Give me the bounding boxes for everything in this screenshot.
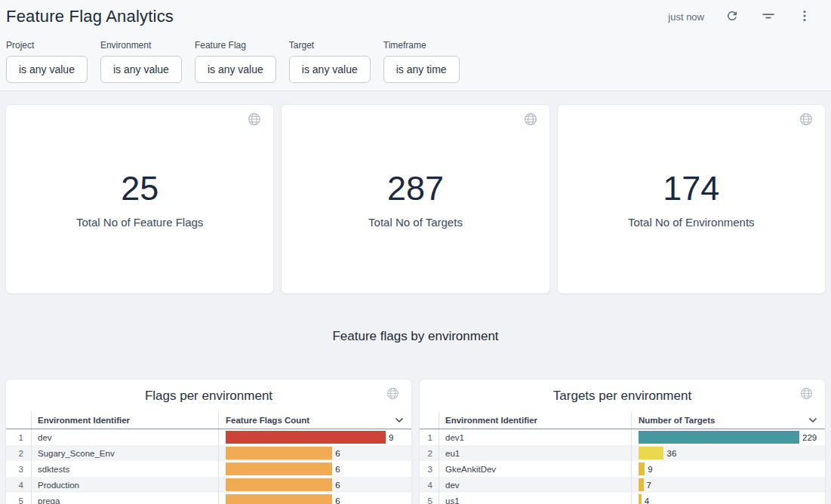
kpi-card-feature-flags: 25 Total No of Feature Flags <box>6 105 273 293</box>
value-bar <box>639 478 644 491</box>
value-bar <box>226 478 332 491</box>
table-row: 3GkeAnkitDev9 <box>420 461 825 477</box>
kpi-label: Total No of Environments <box>628 216 755 229</box>
filter-list-icon <box>762 9 775 25</box>
bar-value: 6 <box>335 449 340 458</box>
row-index: 2 <box>6 445 32 461</box>
globe-icon[interactable] <box>524 112 537 129</box>
bar-value: 6 <box>335 465 340 474</box>
table-row: 2Sugary_Scone_Env6 <box>6 445 411 461</box>
data-table: Environment Identifier Number of Targets… <box>420 412 825 504</box>
table-row: 1dev1229 <box>420 429 825 445</box>
environment-identifier-cell[interactable]: dev <box>439 477 632 493</box>
bar-value: 36 <box>666 449 676 458</box>
dashboard-filters-button[interactable] <box>760 8 777 26</box>
globe-icon[interactable] <box>800 387 813 403</box>
refresh-button[interactable] <box>724 8 740 26</box>
row-index: 1 <box>6 429 32 445</box>
column-header-label: Number of Targets <box>639 416 715 425</box>
column-header-environment[interactable]: Environment Identifier <box>32 412 219 429</box>
filter-target-button[interactable]: is any value <box>289 56 371 83</box>
bar-cell[interactable]: 9 <box>632 461 825 477</box>
environment-identifier-cell[interactable]: GkeAnkitDev <box>439 461 632 477</box>
kpi-row: 25 Total No of Feature Flags 287 Total N… <box>6 105 825 293</box>
data-table: Environment Identifier Feature Flags Cou… <box>6 412 411 504</box>
kpi-label: Total No of Feature Flags <box>76 216 203 229</box>
row-index: 5 <box>6 493 32 504</box>
environment-identifier-cell[interactable]: eu1 <box>439 445 632 461</box>
filter-environment-button[interactable]: is any value <box>100 56 182 83</box>
filter-bar: Project is any value Environment is any … <box>0 33 831 91</box>
kpi-card-targets: 287 Total No of Targets <box>282 105 549 293</box>
table-body: 1dev92Sugary_Scone_Env63sdktests64Produc… <box>6 429 411 504</box>
value-bar <box>226 494 332 504</box>
kpi-label: Total No of Targets <box>368 216 463 229</box>
table-body: 1dev12292eu1363GkeAnkitDev94dev75us14 <box>420 429 825 504</box>
row-index: 1 <box>420 429 439 445</box>
row-index-header <box>6 412 32 429</box>
tables-row: Flags per environment Environment Identi… <box>6 380 825 504</box>
column-header-count[interactable]: Feature Flags Count <box>219 412 411 429</box>
bar-value: 229 <box>802 433 817 442</box>
filter-project: Project is any value <box>6 40 88 83</box>
table-row: 5us14 <box>420 493 825 504</box>
refresh-icon <box>725 9 739 25</box>
bar-cell[interactable]: 6 <box>219 493 411 504</box>
filter-timeframe: Timeframe is any time <box>383 40 460 83</box>
targets-per-environment-card: Targets per environment Environment Iden… <box>420 380 825 504</box>
environment-identifier-cell[interactable]: us1 <box>439 493 632 504</box>
kpi-value: 287 <box>387 170 444 207</box>
filter-target: Target is any value <box>289 40 371 83</box>
kpi-value: 174 <box>663 170 719 207</box>
row-index: 4 <box>420 477 439 493</box>
table-row: 3sdktests6 <box>6 461 411 477</box>
bar-cell[interactable]: 6 <box>219 477 411 493</box>
value-bar <box>639 431 799 444</box>
row-index-header <box>420 412 439 429</box>
value-bar <box>639 447 663 459</box>
row-index: 3 <box>6 461 32 477</box>
sort-chevron-down-icon[interactable] <box>808 417 817 423</box>
filter-project-button[interactable]: is any value <box>6 56 88 83</box>
header-actions: just now <box>668 8 825 26</box>
bar-cell[interactable]: 6 <box>219 461 411 477</box>
table-row: 4dev7 <box>420 477 825 493</box>
filter-label: Target <box>289 40 371 51</box>
bar-cell[interactable]: 4 <box>632 493 825 504</box>
bar-cell[interactable]: 36 <box>632 445 825 461</box>
bar-value: 4 <box>645 496 649 504</box>
environment-identifier-cell[interactable]: prega <box>32 493 219 504</box>
column-header-environment[interactable]: Environment Identifier <box>439 412 632 429</box>
environment-identifier-cell[interactable]: Production <box>32 477 219 493</box>
bar-cell[interactable]: 229 <box>632 429 825 445</box>
column-header-count[interactable]: Number of Targets <box>632 412 825 429</box>
row-index: 4 <box>6 477 32 493</box>
filter-timeframe-button[interactable]: is any time <box>383 56 460 83</box>
filter-feature-flag-button[interactable]: is any value <box>195 56 276 83</box>
dashboard-menu-button[interactable] <box>796 8 813 26</box>
filter-feature-flag: Feature Flag is any value <box>195 40 276 83</box>
value-bar <box>226 463 332 475</box>
table-row: 2eu136 <box>420 445 825 461</box>
globe-icon[interactable] <box>386 387 399 403</box>
bar-value: 9 <box>648 465 652 474</box>
environment-identifier-cell[interactable]: dev <box>32 429 219 445</box>
bar-cell[interactable]: 6 <box>219 445 411 461</box>
environment-identifier-cell[interactable]: Sugary_Scone_Env <box>32 445 219 461</box>
page-title: Feature Flag Analytics <box>6 7 174 26</box>
sort-chevron-down-icon[interactable] <box>395 417 404 423</box>
environment-identifier-cell[interactable]: dev1 <box>439 429 632 445</box>
bar-value: 9 <box>389 433 393 442</box>
table-row: 1dev9 <box>6 429 411 445</box>
bar-cell[interactable]: 9 <box>219 429 411 445</box>
kpi-value: 25 <box>121 170 159 207</box>
chart-title: Flags per environment <box>6 387 411 405</box>
table-row: 4Production6 <box>6 477 411 493</box>
bar-cell[interactable]: 7 <box>632 477 825 493</box>
kpi-card-environments: 174 Total No of Environments <box>558 105 825 293</box>
section-title: Feature flags by environment <box>6 329 825 344</box>
value-bar <box>226 431 386 444</box>
environment-identifier-cell[interactable]: sdktests <box>32 461 219 477</box>
globe-icon[interactable] <box>248 112 261 129</box>
globe-icon[interactable] <box>799 112 813 129</box>
